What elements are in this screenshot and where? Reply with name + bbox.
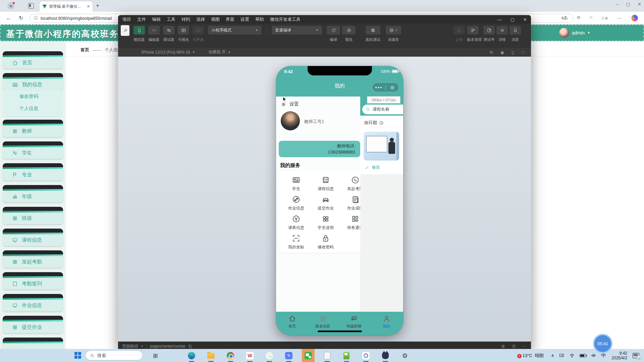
service-timetable[interactable]: 课表信息 — [281, 215, 311, 231]
battery-icon[interactable] — [580, 354, 586, 357]
weather-temp[interactable]: 13°C — [523, 353, 532, 358]
menu-project[interactable]: 项目 — [119, 16, 134, 22]
new-tab-button[interactable]: + — [96, 3, 99, 9]
rotate-icon[interactable]: ⟲ — [489, 50, 493, 55]
devtools-close-button[interactable]: ✕ — [523, 17, 527, 22]
sidebar-item-students[interactable]: 学生 — [3, 141, 63, 159]
sidebar-item-classes[interactable]: 班级 — [3, 207, 63, 224]
admin-menu[interactable]: admin ▼ — [559, 28, 590, 38]
sort-by-date-button[interactable]: 按日期 — [364, 120, 384, 126]
favorites-bar-icon[interactable]: ☆≡ — [601, 15, 608, 21]
task-view-button[interactable]: ⊞ — [150, 351, 160, 361]
service-submit-homework[interactable]: 提交作业 — [311, 195, 340, 211]
more-icon[interactable]: ⋯ — [522, 344, 526, 349]
sidebar-item-my-info[interactable]: 我的信息 — [3, 73, 63, 90]
test-account-button[interactable] — [483, 26, 495, 35]
menu-view[interactable]: 视图 — [208, 16, 223, 22]
device-select[interactable]: iPhone 12/13 (Pro) 96% 16▼ — [142, 50, 195, 55]
sidebar-item-grades[interactable]: 年级 — [3, 185, 63, 202]
eye-icon[interactable] — [512, 344, 516, 349]
details-button[interactable] — [496, 26, 508, 35]
tab-mine[interactable]: 我的 — [374, 315, 399, 329]
tab-timetable[interactable]: 课表信息 — [310, 315, 335, 329]
service-course-info[interactable]: 课程信息 — [311, 176, 340, 192]
menu-tools[interactable]: 工具 — [164, 16, 178, 22]
taskbar-app-edge[interactable] — [186, 351, 197, 361]
taskbar-app-editor[interactable] — [341, 351, 352, 361]
tab-layout-icon[interactable] — [28, 3, 34, 9]
phone-frame-icon[interactable]: ▯ — [512, 50, 514, 55]
cloud-dev-button[interactable] — [193, 26, 204, 35]
tab-close-icon[interactable]: ✕ — [87, 4, 90, 9]
browser-close-button[interactable]: ✕ — [638, 2, 641, 7]
taskbar-clock[interactable]: 9:42 2025/4/2 — [611, 351, 627, 360]
sidebar-item-majors[interactable]: 专业 — [3, 163, 63, 181]
simulator-button[interactable] — [133, 26, 145, 35]
course-image[interactable] — [364, 132, 399, 161]
weather-condition[interactable]: 晴朗 — [535, 353, 544, 359]
favorite-star-icon[interactable]: ☆ — [589, 15, 593, 21]
page-path-label[interactable]: 页面路径 — [122, 344, 138, 349]
menu-edit[interactable]: 编辑 — [149, 16, 164, 22]
start-button[interactable] — [74, 352, 82, 359]
preview-button[interactable] — [342, 26, 356, 35]
exit-target-icon[interactable]: ◎ — [386, 85, 399, 90]
taskbar-app-wps[interactable]: W — [245, 351, 255, 361]
copy-icon[interactable] — [188, 344, 193, 349]
menu-interface[interactable]: 界面 — [223, 16, 237, 22]
compile-button[interactable] — [327, 26, 340, 35]
browser-tab[interactable]: 管理端-基于微信小程序的高校班 ✕ — [40, 1, 93, 12]
browser-profile-avatar[interactable]: ☻ — [7, 2, 14, 9]
sidebar-item-start-attendance[interactable]: 发起考勤 — [3, 250, 63, 268]
reload-button[interactable]: ↻ — [19, 15, 23, 21]
cast-icon[interactable] — [559, 353, 565, 358]
devtools-maximize-button[interactable]: ▢ — [511, 17, 515, 22]
record-icon[interactable]: ◉ — [500, 50, 504, 55]
browser-menu-icon[interactable]: ⋯ — [617, 15, 622, 21]
zoom-out-icon[interactable]: ⊖ — [577, 15, 580, 21]
avatar[interactable] — [281, 111, 300, 130]
volume-icon[interactable] — [591, 353, 596, 358]
service-student-leave[interactable]: 学生请假 — [311, 215, 340, 231]
copilot-icon[interactable] — [631, 15, 638, 21]
service-change-password[interactable]: 修改密码 — [311, 234, 340, 250]
sidebar-item-homework-info[interactable]: 作业信息 — [3, 294, 63, 311]
version-manage-button[interactable] — [467, 26, 479, 35]
sidebar-item-attendance-checkin[interactable]: 考勤签到 — [3, 272, 63, 290]
sidebar-item-submit-homework[interactable]: 提交作业 — [3, 316, 63, 333]
read-aloud-icon[interactable]: aあ — [561, 15, 568, 21]
taskbar-app-assistant[interactable]: ˙͜˙ — [264, 351, 274, 361]
back-button[interactable]: ← — [6, 15, 11, 21]
clear-cache-button[interactable]: ▼ — [386, 26, 401, 35]
taskbar-app-meeting[interactable] — [361, 351, 371, 361]
taskbar-search[interactable]: 搜索 — [86, 351, 142, 360]
messages-button[interactable] — [509, 26, 521, 35]
notification-center-icon[interactable]: 1 — [633, 353, 639, 358]
taskbar-app-settings[interactable]: ⚙ — [400, 351, 410, 361]
service-students[interactable]: 学生 — [281, 176, 311, 192]
menu-wechat-devtools[interactable]: 微信开发者工具 — [267, 16, 304, 22]
visualize-button[interactable] — [178, 26, 189, 35]
hot-reload-toggle[interactable]: 热重载 开▼ — [209, 49, 231, 55]
sidebar-subitem-personal-info[interactable]: 个人信息 — [3, 103, 63, 115]
sidebar-subitem-change-password[interactable]: 修改密码 — [3, 90, 63, 103]
editor-button[interactable] — [148, 26, 160, 35]
sidebar-item-home[interactable]: 首页 — [3, 51, 63, 69]
pin-button[interactable] — [121, 25, 129, 36]
sidebar-item-teachers[interactable]: 教师 — [3, 120, 63, 137]
taskbar-app-chrome[interactable] — [225, 351, 235, 361]
wifi-icon[interactable] — [569, 353, 575, 358]
device-debug-button[interactable] — [366, 26, 380, 35]
menu-settings[interactable]: 设置 — [237, 16, 252, 22]
panel-layout-icon[interactable]: ⊡ — [521, 50, 525, 55]
screen-recording-timer[interactable]: 05:41 — [593, 334, 612, 353]
edit-course-button[interactable]: 修改 — [365, 165, 380, 170]
menu-help[interactable]: 帮助 — [252, 16, 267, 22]
service-homework-info[interactable]: 作业信息 — [281, 195, 311, 211]
debugger-button[interactable] — [163, 26, 174, 35]
taskbar-app-explorer[interactable] — [206, 351, 216, 361]
more-menu-icon[interactable]: ●●● — [372, 86, 385, 89]
taskbar-app-wechat[interactable] — [302, 349, 315, 362]
taskbar-app-cat[interactable] — [380, 351, 390, 361]
upload-button[interactable] — [453, 26, 465, 35]
